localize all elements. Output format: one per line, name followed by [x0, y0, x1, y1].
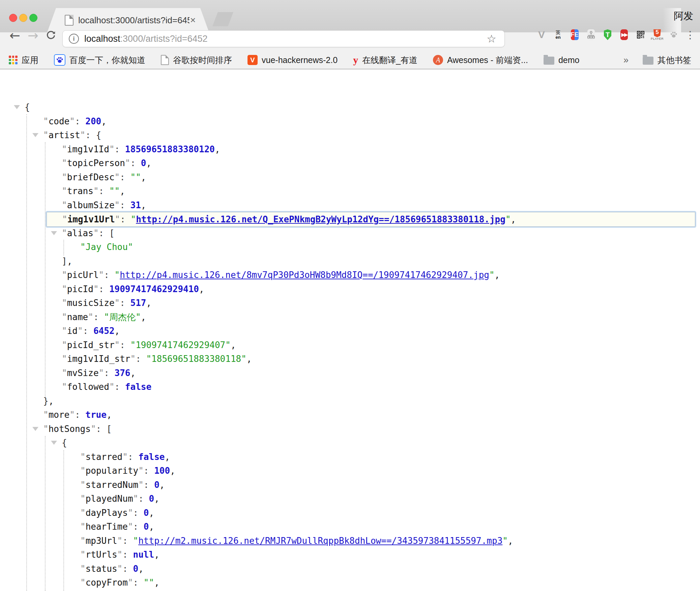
- browser-tab[interactable]: localhost:3000/artists?id=645 ×: [47, 8, 209, 32]
- json-key: playedNum: [86, 494, 133, 504]
- json-key: starred: [86, 452, 123, 462]
- json-number-value: 0: [154, 480, 159, 490]
- json-row: "topicPerson": 0,: [0, 156, 700, 170]
- minimize-window-button[interactable]: [19, 14, 27, 22]
- json-key: topicPerson: [67, 158, 125, 168]
- json-key: mvSize: [67, 368, 99, 378]
- zoom-window-button[interactable]: [29, 14, 37, 22]
- json-bool-value: false: [138, 452, 165, 462]
- tampermonkey-extension-icon[interactable]: T: [602, 29, 613, 40]
- json-row: "starred": false,: [0, 450, 700, 464]
- close-window-button[interactable]: [9, 14, 17, 22]
- video-downloader-extension-icon[interactable]: ▶▶: [618, 29, 630, 40]
- site-info-icon[interactable]: i: [69, 34, 79, 44]
- json-row: "status": 0,: [0, 562, 700, 576]
- apps-grid-icon: [9, 56, 18, 64]
- paw-extension-icon[interactable]: [668, 29, 679, 40]
- json-key: picId: [67, 284, 93, 294]
- tab-close-icon[interactable]: ×: [190, 15, 196, 26]
- json-punctuation: {: [96, 130, 101, 140]
- html5-player-extension-icon[interactable]: 5PLAYER: [651, 29, 663, 40]
- json-row: "code": 200,: [0, 114, 700, 128]
- bookmarks-bar: 应用 百度一下，你就知道 谷歌按时间排序 V vue-hackernews-2.…: [0, 51, 700, 69]
- reload-button[interactable]: [43, 29, 59, 44]
- json-number-value: 0: [141, 158, 146, 168]
- json-row: {: [0, 100, 700, 114]
- browser-menu-icon[interactable]: ⋮: [684, 29, 696, 40]
- json-row: "id": 6452,: [0, 324, 700, 338]
- json-url-link[interactable]: http://p4.music.126.net/Q_ExePNkmgB2yWyL…: [136, 214, 505, 224]
- json-number-value: 19097417462929410: [109, 284, 199, 294]
- json-number-value: 31: [130, 200, 141, 210]
- json-row: "hotSongs": [: [0, 422, 700, 436]
- address-bar[interactable]: i localhost:3000/artists?id=6452 ☆: [62, 30, 505, 47]
- json-row: "followed": false: [0, 380, 700, 394]
- other-bookmarks-folder[interactable]: 其他书签: [641, 54, 693, 66]
- json-row: "dayPlays": 0,: [0, 506, 700, 520]
- json-string-value: "18569651883380118": [146, 354, 246, 364]
- json-row: "trans": "",: [0, 184, 700, 198]
- sitemap-extension-icon[interactable]: [585, 29, 597, 40]
- bookmark-baidu[interactable]: 百度一下，你就知道: [52, 54, 147, 66]
- bookmark-youdao[interactable]: y 在线翻译_有道: [351, 54, 419, 66]
- url-text: localhost:3000/artists?id=6452: [84, 34, 208, 44]
- json-row: "musicSize": 517,: [0, 296, 700, 310]
- collapse-triangle-icon[interactable]: [14, 105, 20, 109]
- page-favicon-icon: [65, 15, 74, 26]
- json-string-value: "": [130, 172, 141, 182]
- new-tab-button[interactable]: [212, 12, 233, 26]
- json-row: "picId": 19097417462929410,: [0, 282, 700, 296]
- json-row: "popularity": 100,: [0, 464, 700, 478]
- bookmark-awesomes[interactable]: A Awesomes - 前端资...: [431, 54, 530, 66]
- highlighted-json-row: "img1v1Url": "http://p4.music.126.net/Q_…: [47, 212, 695, 227]
- vue-v-icon: V: [247, 55, 258, 65]
- json-string-value: "周杰伦": [104, 312, 141, 322]
- page-icon: [161, 55, 169, 65]
- json-number-value: 0: [144, 508, 149, 518]
- json-key: picUrl: [67, 270, 99, 280]
- json-bool-value: true: [85, 410, 107, 420]
- json-key: rtUrls: [86, 550, 117, 560]
- collapse-triangle-icon[interactable]: [51, 441, 57, 445]
- tab-title: localhost:3000/artists?id=645: [78, 15, 189, 26]
- json-row: "picId_str": "19097417462929407",: [0, 338, 700, 352]
- fe-extension-icon[interactable]: FE: [569, 29, 580, 40]
- youdao-y-icon: y: [353, 54, 358, 66]
- json-key: img1v1Id: [67, 144, 109, 154]
- qr-code-extension-icon[interactable]: [635, 29, 646, 40]
- json-row: "alias": [: [0, 226, 700, 240]
- json-number-value: 517: [130, 298, 146, 308]
- bookmark-star-icon[interactable]: ☆: [485, 32, 498, 45]
- json-string-value: "Jay Chou": [80, 242, 133, 252]
- json-number-value: 6452: [93, 326, 115, 336]
- json-punctuation: }: [43, 396, 49, 406]
- profile-name[interactable]: 阿发: [674, 9, 693, 23]
- bookmark-apps[interactable]: 应用: [7, 54, 40, 66]
- collapse-triangle-icon[interactable]: [51, 231, 57, 235]
- vue-devtools-extension-icon[interactable]: V: [536, 29, 547, 40]
- collapse-triangle-icon[interactable]: [32, 427, 38, 431]
- translate-extension-icon[interactable]: 英en: [552, 29, 564, 40]
- bookmark-demo-folder[interactable]: demo: [542, 55, 582, 65]
- json-key: followed: [67, 382, 109, 392]
- forward-button[interactable]: →: [26, 28, 40, 43]
- json-row: "more": true,: [0, 408, 700, 422]
- json-row: "mvSize": 376,: [0, 366, 700, 380]
- json-key: more: [49, 410, 70, 420]
- json-key: mp3Url: [86, 536, 117, 546]
- bookmarks-overflow-chevron[interactable]: »: [621, 55, 631, 66]
- url-host: localhost: [84, 34, 120, 44]
- json-url-link[interactable]: http://p4.music.126.net/8mv7qP30Pd3oHW8b…: [120, 270, 489, 280]
- json-row: "img1v1Id": 18569651883380120,: [0, 142, 700, 156]
- json-string-value: "19097417462929407": [130, 340, 231, 350]
- collapse-triangle-icon[interactable]: [32, 133, 38, 137]
- paw-icon: [670, 30, 677, 40]
- bookmark-google-sort[interactable]: 谷歌按时间排序: [159, 54, 234, 66]
- json-number-value: 18569651883380120: [125, 144, 215, 154]
- bookmark-vue-hackernews[interactable]: V vue-hackernews-2.0: [245, 55, 340, 65]
- json-row: },: [0, 394, 700, 408]
- back-button[interactable]: ←: [7, 28, 22, 43]
- json-row: "playedNum": 0,: [0, 492, 700, 506]
- extensions-row: V 英en FE T ▶▶ 5PLAYER ⋮: [536, 29, 696, 40]
- json-url-link[interactable]: http://m2.music.126.net/RMJR7wDullRqppBk…: [138, 536, 502, 546]
